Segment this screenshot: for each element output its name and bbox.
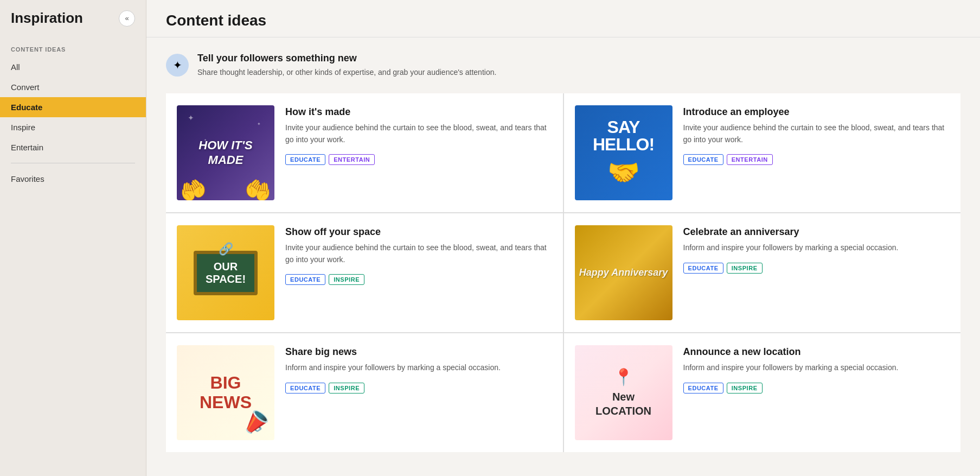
card-celebrate-anniversary[interactable]: Happy Anniversary Celebrate an anniversa… [564,213,961,332]
card-desc-introduce-employee: Invite your audience behind the curtain … [683,122,950,145]
tag-educate: EDUCATE [285,154,325,165]
card-image-celebrate-anniversary: Happy Anniversary [575,225,672,320]
tag-educate-2: EDUCATE [683,154,723,165]
tag-entertain: ENTERTAIN [329,154,375,165]
tag-inspire-5: INSPIRE [329,383,364,394]
sidebar-title: Inspiration [11,10,83,27]
big-news-text: BIGNEWS [200,373,252,411]
cards-grid: ✦ ✦ ✦ HOW IT'SMADE 🤲 🤲 How it's made Inv… [166,93,960,452]
tag-inspire-4: INSPIRE [727,263,763,274]
card-show-off-space[interactable]: 🔗 OURSPACE! Show off your space Invite y… [166,213,563,332]
sidebar-section-label: CONTENT IDEAS [0,36,146,57]
card-title-show-off-space: Show off your space [285,226,552,238]
sidebar-nav: All Convert Educate Inspire Entertain Fa… [0,57,146,189]
intro-heading: Tell your followers something new [197,53,496,64]
card-image-introduce-employee: SAYHELLO! 🤝 [575,105,672,200]
card-body-share-big-news: Share big news Inform and inspire your f… [285,345,552,394]
card-image-share-big-news: BIGNEWS 📣 [177,345,274,440]
card-title-announce-new-location: Announce a new location [683,346,950,358]
card-how-its-made[interactable]: ✦ ✦ ✦ HOW IT'SMADE 🤲 🤲 How it's made Inv… [166,93,563,212]
card-share-big-news[interactable]: BIGNEWS 📣 Share big news Inform and insp… [166,333,563,452]
chalkboard: 🔗 OURSPACE! [194,251,258,295]
main-content-area: Content ideas ✦ Tell your followers some… [146,0,980,476]
card-desc-how-its-made: Invite your audience behind the curtain … [285,122,552,145]
main-header: Content ideas [146,0,980,37]
card-tags-share-big-news: EDUCATE INSPIRE [285,383,552,394]
tag-educate-4: EDUCATE [683,263,723,274]
card-tags-introduce-employee: EDUCATE ENTERTAIN [683,154,950,165]
sidebar-divider [11,163,135,163]
intro-section: ✦ Tell your followers something new Shar… [166,53,960,78]
tag-inspire-6: INSPIRE [727,383,763,394]
card-introduce-employee[interactable]: SAYHELLO! 🤝 Introduce an employee Invite… [564,93,961,212]
card-title-celebrate-anniversary: Celebrate an anniversary [683,226,950,238]
handshake-icon: 🤝 [607,157,640,188]
card-desc-celebrate-anniversary: Inform and inspire your followers by mar… [683,242,950,254]
card-body-introduce-employee: Introduce an employee Invite your audien… [683,105,950,165]
hand-right-icon: 🤲 [241,174,274,200]
card-image-show-off-space: 🔗 OURSPACE! [177,225,274,320]
sidebar-item-entertain[interactable]: Entertain [0,137,146,157]
main-content: ✦ Tell your followers something new Shar… [146,37,980,467]
card-image-how-its-made: ✦ ✦ ✦ HOW IT'SMADE 🤲 🤲 [177,105,274,200]
page-title: Content ideas [166,12,960,29]
card-tags-celebrate-anniversary: EDUCATE INSPIRE [683,263,950,274]
intro-text: Tell your followers something new Share … [197,53,496,78]
card-body-show-off-space: Show off your space Invite your audience… [285,225,552,285]
say-hello-text: SAYHELLO! [593,118,654,153]
tag-entertain-2: ENTERTAIN [727,154,773,165]
hand-left-icon: 🤲 [177,174,210,200]
intro-description: Share thought leadership, or other kinds… [197,67,496,78]
collapse-button[interactable]: « [119,10,135,27]
sidebar-item-favorites[interactable]: Favorites [0,169,146,189]
card-body-how-its-made: How it's made Invite your audience behin… [285,105,552,165]
card-desc-announce-new-location: Inform and inspire your followers by mar… [683,362,950,374]
how-its-made-text: HOW IT'SMADE [198,138,252,167]
tag-educate-5: EDUCATE [285,383,325,394]
anniversary-image: Happy Anniversary [575,225,672,320]
tag-educate-3: EDUCATE [285,274,325,285]
sidebar-item-educate[interactable]: Educate [0,97,146,117]
intro-icon: ✦ [166,54,189,77]
new-location-text: NewLOCATION [595,390,651,418]
chalkboard-hanger-icon: 🔗 [219,242,233,256]
card-announce-new-location[interactable]: 📍 NewLOCATION Announce a new location In… [564,333,961,452]
sidebar-header: Inspiration « [0,0,146,36]
card-tags-show-off-space: EDUCATE INSPIRE [285,274,552,285]
card-title-share-big-news: Share big news [285,346,552,358]
sidebar-item-all[interactable]: All [0,57,146,77]
card-title-how-its-made: How it's made [285,106,552,118]
location-pin-icon: 📍 [613,367,633,386]
sidebar-item-inspire[interactable]: Inspire [0,117,146,137]
tag-inspire-3: INSPIRE [329,274,364,285]
card-desc-share-big-news: Inform and inspire your followers by mar… [285,362,552,374]
card-image-announce-new-location: 📍 NewLOCATION [575,345,672,440]
card-body-celebrate-anniversary: Celebrate an anniversary Inform and insp… [683,225,950,274]
card-tags-how-its-made: EDUCATE ENTERTAIN [285,154,552,165]
tag-educate-6: EDUCATE [683,383,723,394]
card-body-announce-new-location: Announce a new location Inform and inspi… [683,345,950,394]
card-desc-show-off-space: Invite your audience behind the curtain … [285,242,552,265]
sidebar-item-convert[interactable]: Convert [0,77,146,97]
sidebar: Inspiration « CONTENT IDEAS All Convert … [0,0,146,476]
card-tags-announce-new-location: EDUCATE INSPIRE [683,383,950,394]
card-title-introduce-employee: Introduce an employee [683,106,950,118]
